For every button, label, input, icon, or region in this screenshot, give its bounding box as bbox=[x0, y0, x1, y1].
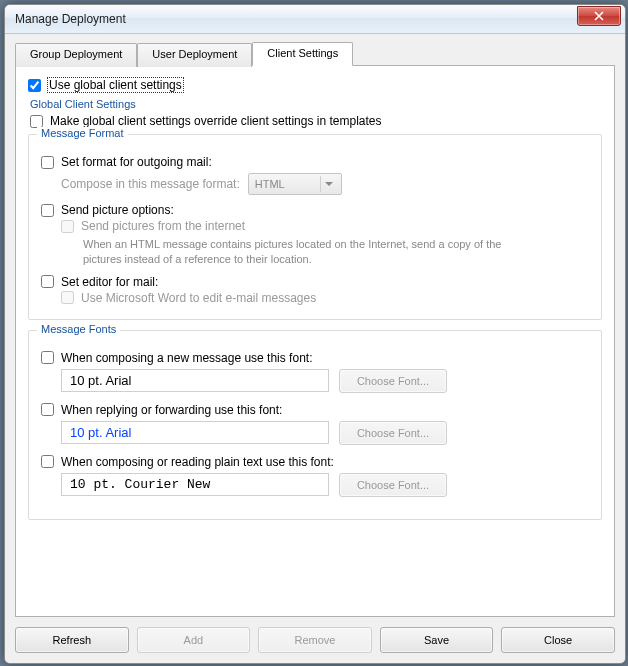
row-override: Make global client settings override cli… bbox=[30, 114, 602, 128]
row-use-word: Use Microsoft Word to edit e-mail messag… bbox=[61, 291, 589, 305]
refresh-button[interactable]: Refresh bbox=[15, 627, 129, 653]
label-font-plain: When composing or reading plain text use… bbox=[61, 455, 334, 469]
checkbox-send-picture-options[interactable] bbox=[41, 204, 54, 217]
label-use-word: Use Microsoft Word to edit e-mail messag… bbox=[81, 291, 316, 305]
row-send-internet: Send pictures from the internet bbox=[61, 219, 589, 233]
label-font-reply: When replying or forwarding use this fon… bbox=[61, 403, 282, 417]
checkbox-font-plain[interactable] bbox=[41, 455, 54, 468]
choose-font-plain-button[interactable]: Choose Font... bbox=[339, 473, 447, 497]
dialog-window: Manage Deployment Group Deployment User … bbox=[4, 4, 626, 664]
row-compose-format: Compose in this message format: HTML bbox=[61, 173, 589, 195]
label-compose-format: Compose in this message format: bbox=[61, 177, 240, 191]
window-title: Manage Deployment bbox=[15, 12, 577, 26]
font-sample-plain: 10 pt. Courier New bbox=[61, 473, 329, 496]
row-set-format: Set format for outgoing mail: bbox=[41, 155, 589, 169]
tab-strip: Group Deployment User Deployment Client … bbox=[15, 42, 615, 66]
titlebar[interactable]: Manage Deployment bbox=[5, 5, 625, 34]
choose-font-compose-button[interactable]: Choose Font... bbox=[339, 369, 447, 393]
label-send-internet: Send pictures from the internet bbox=[81, 219, 245, 233]
remove-button[interactable]: Remove bbox=[258, 627, 372, 653]
label-send-picture-options: Send picture options: bbox=[61, 203, 174, 217]
label-font-compose: When composing a new message use this fo… bbox=[61, 351, 312, 365]
save-button[interactable]: Save bbox=[380, 627, 494, 653]
checkbox-set-editor[interactable] bbox=[41, 275, 54, 288]
choose-font-reply-button[interactable]: Choose Font... bbox=[339, 421, 447, 445]
label-use-global: Use global client settings bbox=[48, 78, 183, 92]
combo-message-format[interactable]: HTML bbox=[248, 173, 342, 195]
tab-group-deployment[interactable]: Group Deployment bbox=[15, 43, 137, 67]
chevron-down-icon bbox=[320, 176, 337, 192]
checkbox-use-global[interactable] bbox=[28, 79, 41, 92]
checkbox-override-templates[interactable] bbox=[30, 115, 43, 128]
tab-client-settings[interactable]: Client Settings bbox=[252, 42, 353, 66]
row-set-editor: Set editor for mail: bbox=[41, 275, 589, 289]
checkbox-send-internet bbox=[61, 220, 74, 233]
client-area: Group Deployment User Deployment Client … bbox=[5, 34, 625, 663]
row-font-compose: When composing a new message use this fo… bbox=[41, 351, 589, 365]
close-button[interactable]: Close bbox=[501, 627, 615, 653]
row-font-plain: When composing or reading plain text use… bbox=[41, 455, 589, 469]
font-sample-reply: 10 pt. Arial bbox=[61, 421, 329, 444]
row-font-plain-sample: 10 pt. Courier New Choose Font... bbox=[61, 473, 589, 497]
tab-user-deployment[interactable]: User Deployment bbox=[137, 43, 252, 67]
row-font-compose-sample: 10 pt. Arial Choose Font... bbox=[61, 369, 589, 393]
legend-message-fonts: Message Fonts bbox=[37, 323, 120, 335]
combo-message-format-value: HTML bbox=[255, 178, 285, 190]
checkbox-use-word bbox=[61, 291, 74, 304]
row-font-reply-sample: 10 pt. Arial Choose Font... bbox=[61, 421, 589, 445]
checkbox-font-reply[interactable] bbox=[41, 403, 54, 416]
section-global-client-settings: Global Client Settings bbox=[30, 98, 602, 110]
checkbox-set-format[interactable] bbox=[41, 156, 54, 169]
label-set-editor: Set editor for mail: bbox=[61, 275, 158, 289]
font-sample-compose: 10 pt. Arial bbox=[61, 369, 329, 392]
label-override-templates: Make global client settings override cli… bbox=[50, 114, 382, 128]
row-font-reply: When replying or forwarding use this fon… bbox=[41, 403, 589, 417]
tab-page-client-settings: Use global client settings Global Client… bbox=[15, 65, 615, 617]
row-send-picture-options: Send picture options: bbox=[41, 203, 589, 217]
group-message-fonts: Message Fonts When composing a new messa… bbox=[28, 330, 602, 520]
row-use-global: Use global client settings bbox=[28, 78, 602, 92]
help-send-internet: When an HTML message contains pictures l… bbox=[83, 237, 523, 267]
label-set-format: Set format for outgoing mail: bbox=[61, 155, 212, 169]
group-message-format: Message Format Set format for outgoing m… bbox=[28, 134, 602, 320]
close-icon bbox=[594, 11, 604, 21]
bottom-button-bar: Refresh Add Remove Save Close bbox=[15, 617, 615, 653]
window-close-button[interactable] bbox=[577, 6, 621, 26]
legend-message-format: Message Format bbox=[37, 127, 128, 139]
checkbox-font-compose[interactable] bbox=[41, 351, 54, 364]
add-button[interactable]: Add bbox=[137, 627, 251, 653]
